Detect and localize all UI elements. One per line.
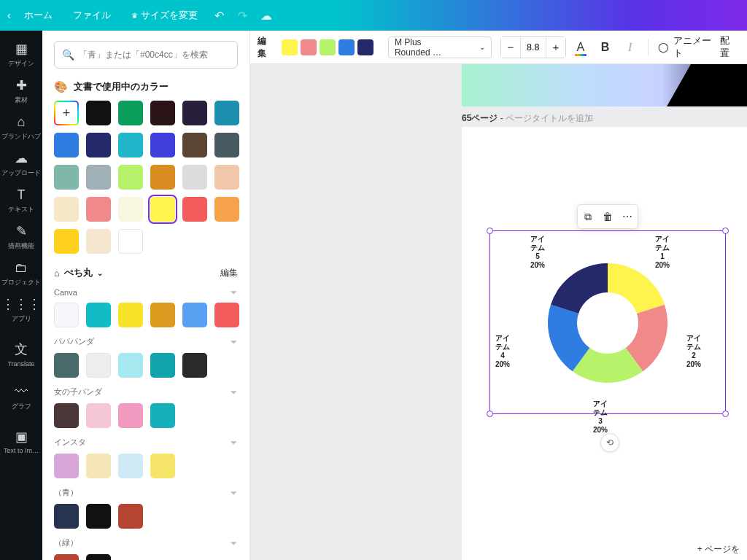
back-icon[interactable]: ‹ xyxy=(7,9,11,21)
color-swatch[interactable] xyxy=(54,504,79,529)
font-selector[interactable]: M Plus Rounded … ⌄ xyxy=(388,36,492,58)
color-swatch[interactable] xyxy=(54,165,79,190)
duplicate-icon[interactable]: ⧉ xyxy=(579,211,597,223)
color-swatch[interactable] xyxy=(118,403,143,428)
color-swatch[interactable] xyxy=(214,197,239,222)
animate-button[interactable]: ◯アニメート xyxy=(658,35,713,60)
color-swatch[interactable] xyxy=(54,133,79,158)
color-swatch[interactable] xyxy=(86,229,111,254)
edit-button[interactable]: 編集 xyxy=(258,35,273,60)
add-page-button[interactable]: + ページを xyxy=(697,543,740,556)
color-swatch[interactable] xyxy=(118,229,143,254)
trash-icon[interactable]: 🗑 xyxy=(599,211,616,222)
size-plus-button[interactable]: + xyxy=(546,37,565,58)
color-swatch[interactable] xyxy=(54,403,79,428)
undo-icon[interactable]: ↶ xyxy=(208,9,231,23)
chart-color-chip[interactable] xyxy=(357,39,374,55)
color-swatch[interactable] xyxy=(86,353,111,378)
color-swatch[interactable] xyxy=(182,197,207,222)
color-swatch[interactable] xyxy=(86,303,111,327)
size-minus-button[interactable]: − xyxy=(501,37,520,58)
color-swatch[interactable] xyxy=(118,101,143,125)
font-size-value[interactable]: 8.8 xyxy=(520,37,546,58)
rail-素材[interactable]: ✚素材 xyxy=(0,73,42,109)
resize-handle-br[interactable] xyxy=(722,411,729,417)
color-swatch[interactable] xyxy=(150,197,175,222)
color-swatch[interactable] xyxy=(118,353,143,378)
resize-handle-bl[interactable] xyxy=(487,411,493,417)
color-swatch[interactable] xyxy=(86,133,111,158)
color-swatch[interactable] xyxy=(150,165,175,190)
nav-file[interactable]: ファイル xyxy=(63,9,121,22)
color-swatch[interactable] xyxy=(86,197,111,222)
brand-edit-button[interactable]: 編集 xyxy=(220,267,238,279)
chevron-down-icon[interactable]: ⌄ xyxy=(97,269,103,277)
rail-プロジェクト[interactable]: 🗀プロジェクト xyxy=(0,255,42,292)
rotate-handle[interactable]: ⟲ xyxy=(600,433,619,452)
color-swatch[interactable] xyxy=(118,133,143,158)
color-swatch[interactable] xyxy=(214,165,239,190)
color-swatch[interactable] xyxy=(182,101,207,125)
color-swatch[interactable] xyxy=(118,454,143,478)
color-swatch[interactable] xyxy=(214,133,239,158)
color-swatch[interactable] xyxy=(86,403,111,428)
color-swatch[interactable] xyxy=(54,197,79,222)
bold-button[interactable]: B xyxy=(595,36,616,58)
rail-Translate[interactable]: 文Translate xyxy=(0,335,42,372)
chart-color-chip[interactable] xyxy=(338,39,355,55)
color-swatch[interactable] xyxy=(86,504,111,529)
cloud-sync-icon[interactable]: ☁ xyxy=(255,9,278,23)
resize-handle-tr[interactable] xyxy=(722,228,729,234)
page-title-row[interactable]: 65ページ - ページタイトルを追加 xyxy=(462,112,593,125)
rail-アプリ[interactable]: ⋮⋮⋮アプリ xyxy=(0,292,42,328)
color-swatch[interactable] xyxy=(54,353,79,378)
color-swatch[interactable] xyxy=(182,133,207,158)
color-swatch[interactable] xyxy=(150,403,175,428)
chart-color-chip[interactable] xyxy=(320,39,336,55)
color-swatch[interactable] xyxy=(54,303,79,327)
add-color-swatch[interactable]: + xyxy=(54,101,79,125)
color-swatch[interactable] xyxy=(182,165,207,190)
rail-グラフ[interactable]: 〰グラフ xyxy=(0,379,42,416)
stage[interactable]: 65ページ - ページタイトルを追加 ⧉ 🗑 ⋯ ⟲ + ページを アイテム12… xyxy=(250,64,747,560)
chart-color-chip[interactable] xyxy=(282,39,298,55)
color-swatch[interactable] xyxy=(182,353,207,378)
color-swatch[interactable] xyxy=(150,353,175,378)
rail-ブランドハブ[interactable]: ⌂ブランドハブ xyxy=(0,109,42,146)
rail-描画機能[interactable]: ✎描画機能 xyxy=(0,219,42,255)
rail-Text to Im…[interactable]: ▣Text to Im… xyxy=(0,423,42,459)
color-swatch[interactable] xyxy=(214,303,239,327)
redo-icon[interactable]: ↷ xyxy=(231,9,255,23)
color-swatch[interactable] xyxy=(150,303,175,327)
color-swatch[interactable] xyxy=(118,197,143,222)
color-swatch[interactable] xyxy=(54,454,79,478)
color-swatch[interactable] xyxy=(118,303,143,327)
rail-アップロード[interactable]: ☁アップロード xyxy=(0,146,42,182)
color-swatch[interactable] xyxy=(86,554,111,560)
search-input[interactable] xyxy=(79,50,230,60)
color-swatch[interactable] xyxy=(150,101,175,125)
resize-handle-tl[interactable] xyxy=(487,228,493,234)
color-swatch[interactable] xyxy=(182,303,207,327)
nav-home[interactable]: ホーム xyxy=(14,9,63,22)
chart-color-chip[interactable] xyxy=(301,39,317,55)
color-swatch[interactable] xyxy=(86,101,111,125)
color-swatch[interactable] xyxy=(118,165,143,190)
rail-デザイン[interactable]: ▦デザイン xyxy=(0,36,42,73)
italic-button[interactable]: I xyxy=(620,36,640,58)
rail-テキスト[interactable]: Tテキスト xyxy=(0,182,42,219)
color-swatch[interactable] xyxy=(54,554,79,560)
color-swatch[interactable] xyxy=(214,101,239,125)
palette-icon: 🎨 xyxy=(54,80,68,93)
nav-resize[interactable]: ♛サイズを変更 xyxy=(121,9,208,22)
color-swatch[interactable] xyxy=(86,165,111,190)
color-swatch[interactable] xyxy=(86,454,111,478)
color-swatch[interactable] xyxy=(150,133,175,158)
color-swatch[interactable] xyxy=(54,229,79,254)
position-button[interactable]: 配置 xyxy=(717,35,740,60)
color-swatch[interactable] xyxy=(150,454,175,478)
color-swatch[interactable] xyxy=(118,504,143,529)
color-search[interactable]: 🔍 xyxy=(54,41,238,69)
text-color-button[interactable]: A xyxy=(570,36,591,58)
more-icon[interactable]: ⋯ xyxy=(619,211,636,222)
